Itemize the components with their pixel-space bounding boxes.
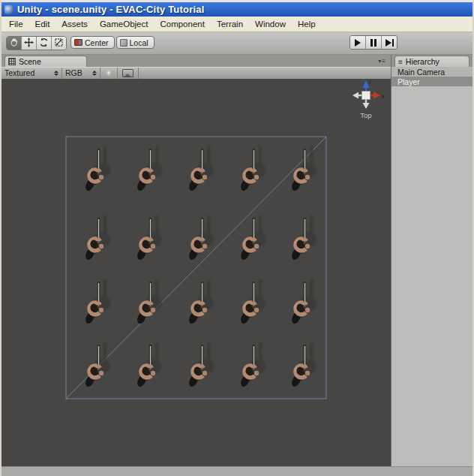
- hierarchy-tab-label: Hierarchy: [406, 57, 440, 66]
- render-mode-value: Textured: [4, 68, 50, 77]
- color-channel-value: RGB: [65, 68, 88, 77]
- scene-lighting-toggle[interactable]: ☀: [100, 68, 118, 80]
- rotate-tool-button[interactable]: [37, 37, 52, 50]
- play-button[interactable]: [350, 36, 366, 49]
- player-soldier-sprite[interactable]: [239, 215, 266, 261]
- menu-item-assets[interactable]: Assets: [56, 18, 94, 30]
- title-bar: Unity - scene.unity - EVAC-City Tutorial: [2, 2, 472, 17]
- hierarchy-list-icon: ≡: [398, 58, 403, 66]
- pivot-center-button[interactable]: Center: [70, 36, 115, 49]
- main-area: Scene ▾≡ Textured RGB ☀: [2, 55, 472, 466]
- player-soldier-sprite[interactable]: [136, 279, 162, 325]
- player-soldier-sprite[interactable]: [239, 342, 266, 388]
- space-local-icon: [120, 39, 128, 47]
- menu-item-file[interactable]: File: [3, 18, 29, 30]
- status-bar: [2, 466, 472, 476]
- scene-grid-icon: [8, 58, 16, 65]
- hand-icon: [9, 37, 19, 50]
- player-soldier-sprite[interactable]: [84, 215, 110, 261]
- pane-menu-icon[interactable]: ▾≡: [378, 58, 386, 65]
- scale-tool-button[interactable]: [52, 37, 66, 50]
- gizmo-view-label: Top: [360, 111, 371, 119]
- player-soldier-sprite[interactable]: [188, 279, 214, 325]
- unity-window: Unity - scene.unity - EVAC-City Tutorial…: [0, 0, 474, 476]
- hand-tool-button[interactable]: [7, 37, 22, 50]
- sun-icon: ☀: [105, 69, 112, 77]
- render-mode-dropdown[interactable]: Textured: [2, 68, 62, 80]
- player-soldier-sprite[interactable]: [136, 215, 162, 261]
- rotate-icon: [39, 37, 49, 50]
- move-tool-button[interactable]: [22, 37, 37, 50]
- hierarchy-tab-strip: ≡ Hierarchy: [392, 55, 472, 67]
- step-icon: [386, 39, 392, 47]
- menu-item-window[interactable]: Window: [249, 18, 292, 30]
- hierarchy-empty-area[interactable]: [392, 86, 472, 466]
- main-toolbar: Center Local: [2, 32, 472, 55]
- dropdown-arrows-icon: [92, 71, 97, 76]
- tab-hierarchy[interactable]: ≡ Hierarchy: [394, 56, 470, 67]
- scene-view-toolbar: Textured RGB ☀: [2, 67, 391, 80]
- gizmo-z-label: z: [369, 79, 372, 84]
- player-soldier-sprite[interactable]: [84, 279, 110, 325]
- window-title: Unity - scene.unity - EVAC-City Tutorial: [17, 4, 204, 15]
- hierarchy-item-main-camera[interactable]: Main Camera: [392, 67, 472, 77]
- player-soldier-sprite[interactable]: [290, 279, 316, 325]
- tab-scene[interactable]: Scene: [4, 56, 87, 67]
- playback-controls: [350, 35, 398, 50]
- space-local-button[interactable]: Local: [116, 36, 154, 49]
- player-soldier-sprite[interactable]: [188, 146, 214, 192]
- menu-bar: FileEditAssetsGameObjectComponentTerrain…: [2, 17, 472, 32]
- gizmo-x-label: x: [382, 93, 385, 100]
- scene-tab-strip: Scene ▾≡: [2, 55, 391, 67]
- player-soldier-sprite[interactable]: [239, 146, 266, 192]
- scene-canvas[interactable]: zxTop: [2, 79, 391, 466]
- step-button[interactable]: [382, 36, 397, 49]
- player-soldier-sprite[interactable]: [290, 215, 316, 261]
- pause-icon: [370, 39, 376, 47]
- menu-item-component[interactable]: Component: [154, 18, 210, 30]
- move-icon: [24, 37, 34, 50]
- scene-orientation-gizmo[interactable]: zxTop: [352, 79, 385, 119]
- player-soldier-sprite[interactable]: [290, 342, 316, 388]
- menu-item-terrain[interactable]: Terrain: [211, 18, 249, 30]
- dropdown-arrows-icon: [54, 71, 58, 76]
- transform-tool-group: [6, 36, 67, 50]
- player-soldier-sprite[interactable]: [84, 342, 110, 388]
- player-soldier-sprite[interactable]: [239, 279, 266, 325]
- player-soldier-sprite[interactable]: [188, 342, 214, 388]
- pivot-center-label: Center: [85, 38, 109, 47]
- player-soldier-sprite[interactable]: [136, 146, 162, 192]
- menu-item-help[interactable]: Help: [292, 18, 322, 30]
- hierarchy-list: Main CameraPlayer: [392, 67, 472, 86]
- hierarchy-pane: ≡ Hierarchy Main CameraPlayer: [391, 55, 472, 466]
- pivot-center-icon: [74, 39, 82, 46]
- color-channel-dropdown[interactable]: RGB: [62, 68, 100, 80]
- hierarchy-item-player[interactable]: Player: [392, 77, 472, 86]
- pivot-space-group: Center Local: [70, 36, 154, 49]
- image-icon: [122, 69, 134, 77]
- scene-tab-label: Scene: [19, 57, 41, 66]
- pause-button[interactable]: [366, 36, 382, 49]
- scene-overlay-toggle[interactable]: [118, 68, 139, 80]
- unity-app-icon: [4, 5, 14, 14]
- play-icon: [355, 39, 361, 47]
- space-local-label: Local: [130, 38, 148, 47]
- scene-pane: Scene ▾≡ Textured RGB ☀: [2, 55, 391, 466]
- menu-item-edit[interactable]: Edit: [29, 18, 56, 30]
- menu-item-gameobject[interactable]: GameObject: [94, 18, 154, 30]
- scene-viewport[interactable]: zxTop: [2, 79, 391, 466]
- player-soldier-sprite[interactable]: [84, 146, 110, 192]
- scale-icon: [54, 37, 64, 50]
- player-soldier-sprite[interactable]: [136, 342, 162, 388]
